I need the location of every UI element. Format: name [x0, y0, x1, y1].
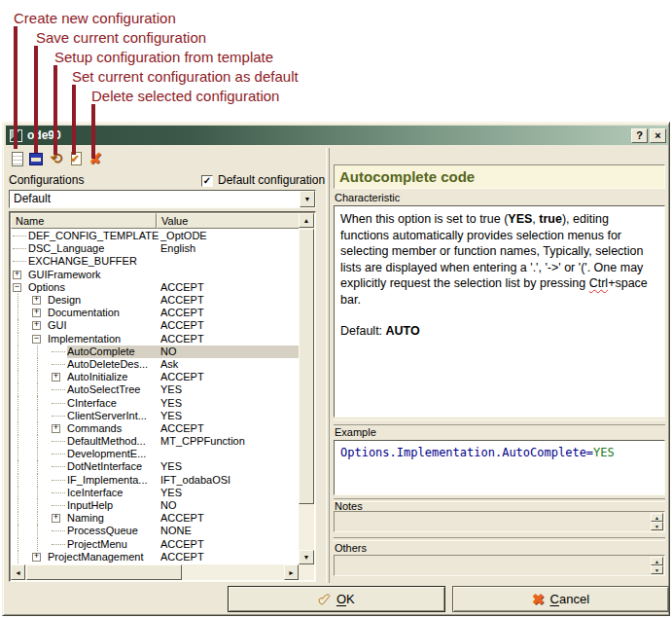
help-button[interactable]: ? [631, 128, 648, 143]
tree-body: DEF_CONFIG_TEMPLATE_OptODEDSC_LanguageEn… [11, 230, 300, 564]
tree-guide-line [13, 396, 32, 409]
tree-row[interactable]: AutoCompleteNO [11, 345, 300, 358]
scroll-left-icon[interactable]: ◄ [11, 564, 25, 580]
ok-button[interactable]: ✔ OK [228, 586, 445, 612]
dropdown-arrow-icon[interactable]: ▼ [300, 191, 315, 207]
tree-guide-line [32, 371, 52, 383]
horizontal-scroll-thumb[interactable] [26, 564, 182, 580]
vertical-scrollbar[interactable]: ▲ ▼ [299, 213, 314, 564]
tree-guide-line [13, 383, 32, 396]
default-configuration-label[interactable]: Default configuration [218, 173, 325, 187]
example-label: Example [335, 426, 376, 438]
tree-item-value: ACCEPT [160, 294, 300, 307]
tree-expander-minus-icon[interactable]: − [13, 283, 21, 292]
tree-guide-line [32, 512, 52, 525]
tree-expander-plus-icon[interactable]: + [32, 296, 41, 305]
horizontal-scrollbar[interactable]: ◄ ► [11, 564, 299, 580]
mini-scroll-up-icon[interactable]: ▲ [651, 513, 663, 522]
tree-guide-line [32, 487, 52, 499]
tree-expander-plus-icon[interactable]: + [13, 271, 21, 279]
tree-item-name: DotNetInterface [67, 460, 160, 473]
tree-row[interactable]: +GUIFramework [11, 269, 300, 281]
tree-row[interactable]: +GUIACCEPT [11, 319, 300, 332]
tree-row[interactable]: −OptionsACCEPT [11, 281, 300, 294]
tree-guide-line [13, 460, 32, 473]
tree-item-name: AutoSelectTree [67, 383, 160, 396]
tree-row[interactable]: ProcessQueueNONE [11, 525, 300, 537]
tree-guide-line [13, 319, 32, 332]
tree-expander-plus-icon[interactable]: + [52, 514, 60, 523]
tree-row[interactable]: DEF_CONFIG_TEMPLATE_OptODE [11, 230, 300, 242]
mini-scroll-down-icon[interactable]: ▼ [651, 565, 663, 574]
annotation-arrow-line [53, 65, 57, 155]
tree-expander-cell: + [13, 271, 28, 279]
tree-expander-plus-icon[interactable]: + [32, 321, 41, 330]
example-box[interactable]: Options.Implementation.AutoComplete=YES [334, 440, 665, 495]
tree-guide-line [13, 499, 32, 512]
scroll-right-icon[interactable]: ► [284, 564, 299, 580]
tree-row[interactable]: DSC_LanguageEnglish [11, 242, 300, 255]
vertical-scroll-thumb[interactable] [299, 229, 314, 504]
tree-row[interactable]: CInterfaceYES [11, 396, 300, 409]
create-configuration-button[interactable] [10, 149, 25, 168]
tree-item-name: CInterface [67, 397, 160, 410]
mini-scroll-up-icon[interactable]: ▲ [651, 557, 663, 565]
example-code-value: YES [593, 446, 615, 459]
tree-guide-line [13, 538, 32, 551]
tree-item-value: IFT_odabaOSI [160, 474, 300, 487]
tree-guide-line [13, 422, 32, 435]
tree-guide-line [32, 525, 52, 537]
tree-expander-plus-icon[interactable]: + [52, 373, 60, 382]
default-configuration-checkbox[interactable]: ✓ [201, 175, 213, 187]
tree-row[interactable]: +NamingACCEPT [11, 512, 300, 525]
set-default-button[interactable]: ✔ [68, 149, 84, 168]
characteristic-text[interactable]: When this option is set to true (YES, tr… [334, 205, 665, 418]
section-splitter[interactable] [334, 419, 665, 425]
tree-row[interactable]: ProjectMenuACCEPT [11, 538, 300, 551]
scroll-up-icon[interactable]: ▲ [299, 213, 314, 228]
others-box[interactable]: ▲ ▼ [334, 555, 665, 576]
tree-row[interactable]: InputHelpNO [11, 499, 300, 512]
column-header-value[interactable]: Value [157, 213, 300, 229]
tree-item-name: Documentation [48, 307, 160, 319]
tree-item-name: IceInterface [67, 487, 160, 499]
tree-row[interactable]: AutoSelectTreeYES [11, 383, 300, 396]
tree-row[interactable]: −ImplementationACCEPT [11, 333, 300, 345]
tree-row[interactable]: +CommandsACCEPT [11, 422, 300, 435]
tree-item-name: GUIFramework [28, 269, 160, 281]
delete-configuration-button[interactable]: ✘ [88, 149, 103, 168]
tree-branch-line [52, 389, 65, 390]
notes-box[interactable]: ▲ ▼ [334, 511, 665, 532]
cancel-button[interactable]: ✖ Cancel [452, 586, 669, 612]
tree-row[interactable]: IF_Implementa...IFT_odabaOSI [11, 474, 300, 487]
column-header-name[interactable]: Name [11, 213, 157, 229]
tree-row[interactable]: +DesignACCEPT [11, 294, 300, 307]
tree-branch-line [52, 505, 65, 506]
configuration-select[interactable]: Default ▼ [9, 190, 316, 208]
tree-row[interactable]: +DocumentationACCEPT [11, 307, 300, 319]
tree-item-value: ACCEPT [160, 538, 300, 551]
pane-splitter[interactable] [326, 148, 330, 583]
default-value: AUTO [386, 324, 420, 338]
tree-row[interactable]: DefaultMethod...MT_CPPFunction [11, 435, 300, 448]
tree-guide-line [13, 358, 32, 371]
tree-expander-plus-icon[interactable]: + [52, 424, 60, 433]
tree-row[interactable]: ClientServerInt...YES [11, 410, 300, 422]
tree-row[interactable]: +AutoInitializeACCEPT [11, 371, 300, 383]
tree-item-name: DSC_Language [28, 242, 160, 255]
tree-row[interactable]: EXCHANGE_BUFFER [11, 255, 300, 268]
tree-expander-minus-icon[interactable]: − [32, 335, 41, 344]
tree-item-name: DevelopmentE... [67, 448, 160, 460]
mini-scroll-down-icon[interactable]: ▼ [651, 522, 663, 530]
tree-row[interactable]: IceInterfaceYES [11, 487, 300, 499]
scroll-down-icon[interactable]: ▼ [299, 550, 314, 564]
tree-expander-plus-icon[interactable]: + [32, 553, 41, 562]
title-bar[interactable]: ode90 ? × [6, 126, 668, 145]
tree-guide-line [13, 512, 32, 525]
tree-row[interactable]: +ProjectManagementACCEPT [11, 551, 300, 563]
tree-row[interactable]: DotNetInterfaceYES [11, 460, 300, 473]
tree-row[interactable]: AutoDeleteDes...Ask [11, 358, 300, 371]
close-button[interactable]: × [650, 128, 666, 143]
tree-expander-plus-icon[interactable]: + [32, 309, 41, 317]
tree-row[interactable]: DevelopmentE... [11, 448, 300, 460]
